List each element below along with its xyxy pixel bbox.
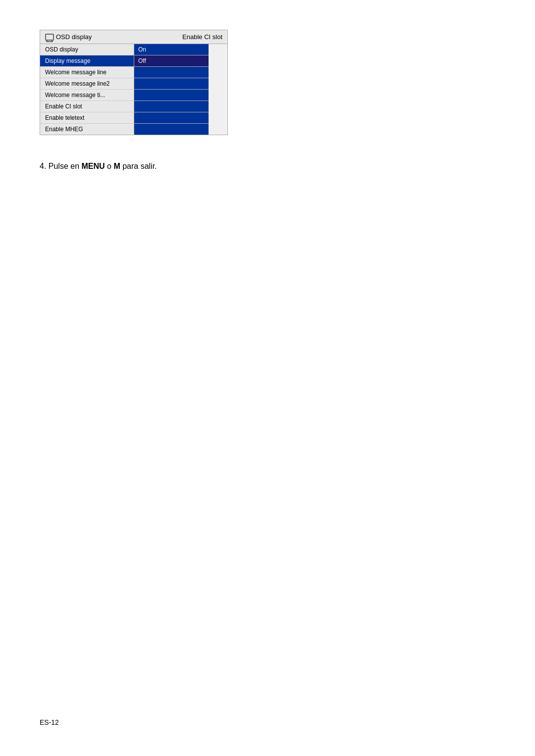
menu-item-value — [134, 112, 209, 124]
menu-item[interactable]: Welcome message ti... — [40, 90, 134, 101]
menu-item[interactable]: Enable MHEG — [40, 124, 134, 135]
menu-keyword: MENU — [82, 162, 105, 170]
menu-item[interactable]: Welcome message line — [40, 67, 134, 78]
menu-item-value: Off — [134, 55, 209, 67]
menu-item-value — [134, 90, 209, 101]
page-footer: ES-12 — [40, 718, 59, 726]
menu-item-value — [134, 78, 209, 90]
menu-item[interactable]: OSD display — [40, 44, 134, 55]
page-content: OSD display Enable CI slot OSD displayDi… — [0, 0, 535, 202]
page-number: ES-12 — [40, 718, 59, 726]
menu-item[interactable]: Enable teletext — [40, 112, 134, 124]
menu-header: OSD display Enable CI slot — [40, 30, 227, 44]
menu-container: OSD display Enable CI slot OSD displayDi… — [40, 30, 228, 135]
menu-header-subtitle: Enable CI slot — [182, 33, 222, 41]
menu-header-title: OSD display — [56, 33, 182, 41]
menu-left-column: OSD displayDisplay messageWelcome messag… — [40, 44, 134, 135]
menu-item-value — [134, 124, 209, 135]
menu-right-column: OnOff — [134, 44, 209, 135]
menu-item-value — [134, 101, 209, 112]
instruction-text-middle: o — [105, 162, 114, 170]
menu-item-value: On — [134, 44, 209, 55]
menu-body: OSD displayDisplay messageWelcome messag… — [40, 44, 227, 135]
menu-item[interactable]: Enable CI slot — [40, 101, 134, 112]
menu-item[interactable]: Display message — [40, 55, 134, 67]
menu-item[interactable]: Welcome message line2 — [40, 78, 134, 90]
m-keyword: M — [113, 162, 120, 170]
instruction-text-after: para salir. — [120, 162, 157, 170]
instruction-number: 4. — [40, 162, 46, 170]
instruction-text-before: Pulse en — [49, 162, 82, 170]
instruction-text: 4. Pulse en MENU o M para salir. — [40, 160, 495, 173]
menu-item-value — [134, 67, 209, 78]
tv-icon — [45, 34, 54, 41]
